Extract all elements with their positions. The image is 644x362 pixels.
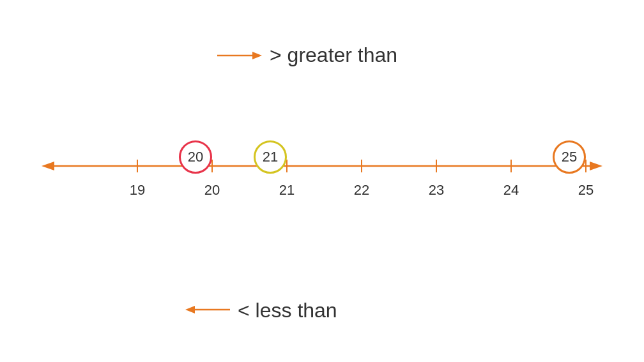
greater-than-text: > greater than — [270, 43, 397, 67]
number-19: 19 — [130, 182, 145, 199]
left-arrow-icon — [185, 303, 230, 319]
circled-number-20: 20 — [179, 140, 212, 174]
greater-than-legend: > greater than — [217, 43, 397, 67]
number-20-label: 20 — [204, 182, 220, 199]
circled-number-21: 21 — [254, 140, 287, 174]
less-than-text: < less than — [238, 299, 337, 322]
less-than-legend: < less than — [185, 299, 337, 322]
svg-marker-4 — [590, 162, 602, 170]
svg-marker-13 — [185, 306, 195, 313]
number-25-label: 25 — [578, 182, 594, 199]
number-22: 22 — [354, 182, 369, 199]
number-21-label: 21 — [279, 182, 295, 199]
number-line — [38, 153, 606, 192]
number-24: 24 — [503, 182, 519, 199]
right-arrow-icon — [217, 49, 262, 62]
svg-marker-1 — [252, 52, 262, 59]
circled-number-25: 25 — [553, 140, 586, 174]
svg-marker-3 — [42, 162, 54, 170]
number-23: 23 — [429, 182, 444, 199]
main-container: > greater than — [0, 0, 644, 362]
